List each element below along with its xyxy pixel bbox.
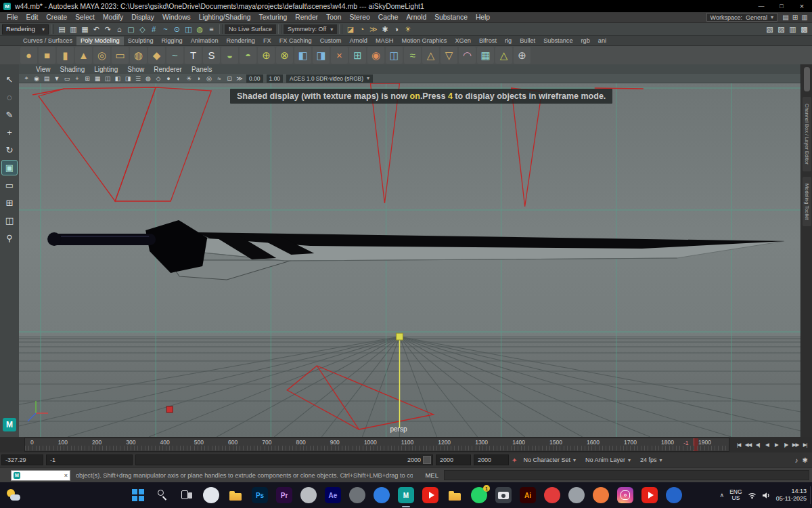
viewport-panel[interactable]: ViewShadingLightingShowRendererPanels ⌖◉… — [19, 64, 800, 437]
textured-mode-icon[interactable]: ◐ — [174, 75, 183, 82]
taskbar-instagram[interactable] — [617, 487, 633, 503]
ambient-occlusion-icon[interactable]: ◎ — [204, 75, 214, 82]
crease-icon[interactable]: △ — [422, 47, 439, 64]
anti-aliasing-icon[interactable]: ≈ — [215, 75, 224, 82]
select-component-icon[interactable]: ◇ — [137, 24, 148, 35]
sidebar-tab[interactable]: Channel Box / Layer Editor — [803, 97, 811, 171]
go-to-start-button[interactable]: |◀ — [734, 442, 743, 448]
viewport-3d-scene[interactable]: persp — [19, 83, 800, 437]
live-surface-field[interactable]: No Live Surface — [225, 24, 276, 34]
panel-layout-icon[interactable]: ⊞ — [790, 14, 800, 21]
language-indicator[interactable]: ENG US — [729, 489, 742, 502]
light-editor-icon[interactable]: ☀ — [402, 24, 413, 35]
taskbar-youtube[interactable] — [422, 487, 438, 503]
menu-item[interactable]: File — [3, 14, 22, 21]
taskbar-folder-projects[interactable] — [447, 487, 463, 503]
symmetry-selector[interactable]: Symmetry: Off ▾ — [284, 24, 337, 34]
make-live-icon[interactable]: ◍ — [194, 24, 206, 35]
isolate-select-icon[interactable]: ⊡ — [225, 75, 234, 82]
modeling-toolkit-toggle-icon[interactable]: ▧ — [764, 24, 775, 35]
taskbar-search-button[interactable] — [154, 487, 171, 503]
maximize-button[interactable]: □ — [771, 0, 792, 12]
taskbar-after-effects[interactable]: Ae — [325, 487, 341, 503]
center-pivot-icon[interactable]: ⊕ — [514, 47, 531, 64]
hypershade-toggle-icon[interactable]: ▨ — [775, 24, 787, 35]
scale-tool[interactable]: ▣ — [2, 161, 17, 175]
shaded-mode-icon[interactable]: ● — [164, 75, 173, 82]
range-slider-bar[interactable]: 2000 — [135, 454, 433, 465]
viewport-menu-item[interactable]: Renderer — [149, 66, 187, 73]
snap-curve-icon[interactable]: ~ — [160, 24, 171, 35]
target-weld-icon[interactable]: ◉ — [367, 47, 384, 64]
play-backwards-button[interactable]: ◀ — [763, 442, 771, 448]
redo-icon[interactable]: ↷ — [102, 24, 114, 35]
select-object-icon[interactable]: ▢ — [125, 24, 137, 35]
animation-preferences-button[interactable]: ✱ — [803, 457, 808, 464]
undo-icon[interactable]: ↶ — [91, 24, 102, 35]
taskbar-illustrator[interactable]: Ai — [520, 487, 536, 503]
menu-item[interactable]: Lighting/Shading — [195, 14, 255, 21]
poly-cube-icon[interactable]: ■ — [39, 47, 55, 64]
select-hierarchy-icon[interactable]: ⌂ — [114, 24, 125, 35]
shelf-tab[interactable]: FX — [259, 37, 275, 45]
mel-command-input[interactable] — [444, 470, 809, 480]
layout-split-pane-button[interactable]: ◫ — [2, 213, 17, 228]
close-icon[interactable]: × — [64, 472, 68, 479]
play-forward-button[interactable]: ▶ — [772, 442, 781, 448]
shelf-tab[interactable]: Bullet — [516, 37, 539, 45]
taskbar-photoshop[interactable]: Ps — [252, 487, 268, 503]
taskbar-app-circle-dark[interactable] — [349, 487, 365, 503]
render-sequence-icon[interactable]: ≫ — [367, 24, 379, 35]
taskbar-app-circle-red[interactable] — [544, 487, 560, 503]
shelf-tab[interactable]: Bifrost — [475, 37, 501, 45]
lock-camera-icon[interactable]: ◉ — [32, 75, 41, 82]
render-frame-icon[interactable]: ◪ — [344, 24, 356, 35]
taskbar-premiere[interactable]: Pr — [276, 487, 292, 503]
shelf-tab[interactable]: Poly Modeling — [76, 37, 124, 45]
maya-m-button[interactable]: M — [3, 418, 16, 431]
hud-toggle-icon[interactable]: ☰ — [133, 75, 143, 82]
shadows-icon[interactable]: ◗ — [194, 75, 204, 82]
select-camera-icon[interactable]: ⌖ — [22, 75, 31, 82]
menu-item[interactable]: Edit — [22, 14, 43, 21]
gamma-field[interactable]: 1.00 — [267, 75, 284, 83]
sweep-mesh-icon[interactable]: ~ — [166, 47, 183, 64]
poly-disc-icon[interactable]: ◍ — [130, 47, 147, 64]
poly-plane-icon[interactable]: ▭ — [112, 47, 129, 64]
sidebar-tab[interactable]: Modeling Toolkit — [803, 177, 811, 227]
anim-layer-selector[interactable]: No Anim Layer ▾ — [582, 454, 634, 465]
mute-button[interactable]: ♪ — [795, 457, 798, 464]
poly-cylinder-icon[interactable]: ▮ — [57, 47, 74, 64]
minimize-button[interactable]: — — [751, 0, 771, 12]
separate-icon[interactable]: ⊗ — [276, 47, 293, 64]
shelf-tab[interactable]: Curves / Surfaces — [19, 37, 76, 45]
field-chart-icon[interactable]: ◨ — [123, 75, 133, 82]
attribute-editor-toggle-icon[interactable]: ▥ — [787, 24, 798, 35]
workspace-selector[interactable]: Workspace: General ▾ — [706, 13, 777, 22]
lasso-tool[interactable]: ◌ — [2, 90, 17, 104]
snap-point-icon[interactable]: ⊙ — [171, 24, 183, 35]
menu-set-selector[interactable]: Rendering ▾ — [2, 24, 49, 35]
xray-icon[interactable]: ◍ — [143, 75, 153, 82]
taskbar-file-explorer[interactable] — [227, 487, 244, 503]
menu-item[interactable]: Help — [472, 14, 494, 21]
range-slider-handle[interactable] — [423, 456, 431, 464]
taskbar-app-circle-steel[interactable] — [568, 487, 585, 503]
menu-item[interactable]: Create — [42, 14, 71, 21]
tool-settings-toggle-icon[interactable]: ▩ — [798, 24, 810, 35]
paint-select-tool[interactable]: ✎ — [2, 108, 17, 122]
film-gate-icon[interactable]: ▦ — [93, 75, 102, 82]
quad-draw-icon[interactable]: ⊞ — [349, 47, 366, 64]
platonic-solid-icon[interactable]: ◆ — [148, 47, 165, 64]
viewport-menu-item[interactable]: Lighting — [89, 66, 122, 73]
shelf-tab[interactable]: Motion Graphics — [397, 37, 451, 45]
step-back-key-button[interactable]: ◀◀ — [744, 442, 752, 448]
grid-toggle-icon[interactable]: ⊞ — [83, 75, 92, 82]
shelf-tab[interactable]: Animation — [187, 37, 223, 45]
clock[interactable]: 14:13 05-11-2025 — [776, 488, 807, 503]
angle-display-field[interactable]: -327.29 — [1, 454, 43, 465]
bookmarks-icon[interactable]: ▼ — [52, 75, 62, 82]
new-scene-icon[interactable]: ▤ — [56, 24, 68, 35]
shelf-tab[interactable]: Rigging — [158, 37, 187, 45]
menu-item[interactable]: Windows — [158, 14, 195, 21]
